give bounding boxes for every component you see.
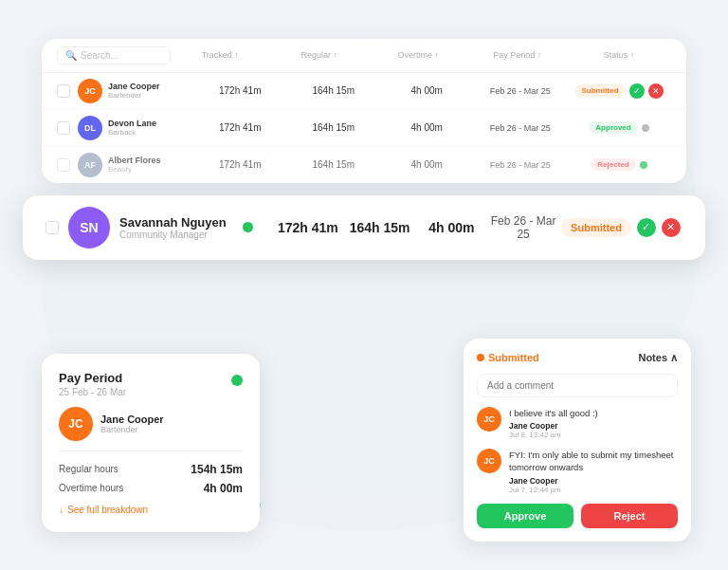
highlighted-overtime: 4h 00m: [416, 220, 488, 235]
notes-submitted-badge: Submitted: [477, 352, 539, 363]
chevron-up-icon: ∧: [670, 352, 678, 364]
col-header-overtime: Overtime ↑: [369, 50, 468, 60]
status-badge: Approved: [589, 121, 637, 134]
pay-period-avatar: JC: [59, 407, 93, 441]
see-full-breakdown-link[interactable]: ↓ See full breakdown: [59, 505, 243, 515]
regular-hours-value: 154h 15m: [191, 463, 243, 476]
cell-regular: 164h 15m: [287, 159, 381, 170]
overtime-hours-stat: Overtime hours 4h 00m: [59, 482, 243, 495]
cell-status: Rejected: [567, 158, 671, 171]
cell-regular: 164h 15m: [287, 85, 381, 96]
pay-period-header: Pay Period 25 Feb - 26 Mar: [59, 371, 243, 397]
cell-pay-period: Feb 26 - Mar 25: [474, 160, 568, 170]
col-header-status: Status ↑: [567, 50, 671, 60]
regular-hours-stat: Regular hours 154h 15m: [59, 463, 243, 476]
comment-text: FYI: I'm only able to submit my timeshee…: [509, 449, 678, 474]
search-box[interactable]: 🔍 Search...: [57, 46, 171, 64]
search-placeholder: Search...: [81, 50, 118, 61]
pay-period-person: JC Jane Cooper Bartender: [59, 407, 243, 451]
person-role: Barback: [108, 128, 193, 137]
pay-period-person-role: Bartender: [100, 425, 164, 434]
person-name: Jane Cooper: [108, 82, 193, 91]
highlighted-regular: 164h 15m: [344, 220, 416, 235]
person-name: Albert Flores: [108, 156, 193, 165]
pay-period-card: Pay Period 25 Feb - 26 Mar JC Jane Coope…: [42, 354, 260, 532]
status-dot: [640, 161, 647, 169]
notes-actions: Approve Reject: [477, 504, 678, 528]
cell-pay-period: Feb 26 - Mar 25: [474, 123, 568, 133]
person-info: Albert Flores Beauty: [108, 156, 193, 174]
row-checkbox[interactable]: [57, 158, 70, 172]
overtime-hours-value: 4h 00m: [204, 482, 243, 495]
pay-period-date: 25 Feb - 26 Mar: [59, 387, 126, 397]
cell-tracked: 172h 41m: [193, 85, 287, 96]
avatar: DL: [78, 116, 102, 140]
approve-icon[interactable]: ✓: [629, 83, 645, 99]
notes-card: Submitted Notes ∧ JC I believe it's all …: [464, 339, 691, 542]
highlighted-row[interactable]: SN Savannah Nguyen Community Manager 172…: [23, 195, 705, 260]
timesheet-table-card: 🔍 Search... Tracked ↑ Regular ↑ Overtime…: [42, 39, 686, 183]
cell-overtime: 4h 00m: [380, 159, 474, 170]
table-row[interactable]: AF Albert Flores Beauty 172h 41m 164h 15…: [42, 147, 686, 183]
pay-period-title: Pay Period: [59, 371, 126, 385]
row-checkbox[interactable]: [46, 221, 59, 234]
comment-input[interactable]: [477, 374, 678, 397]
col-header-regular: Regular ↑: [270, 50, 370, 60]
approve-icon[interactable]: ✓: [637, 218, 656, 237]
notes-label: Notes: [638, 352, 667, 363]
table-row[interactable]: JC Jane Cooper Bartender 172h 41m 164h 1…: [42, 73, 686, 110]
person-info: Devon Lane Barback: [108, 119, 193, 137]
cell-status: Submitted ✓ ✕: [567, 83, 671, 99]
comment-author: Jane Cooper: [509, 421, 598, 431]
submitted-dot: [477, 354, 484, 361]
person-info: Jane Cooper Bartender: [108, 82, 193, 100]
highlighted-tracked: 172h 41m: [272, 220, 344, 235]
person-role: Beauty: [108, 165, 193, 174]
comment-time: Jul 8, 13:42 am: [509, 431, 598, 439]
pay-period-person-name: Jane Cooper: [100, 414, 164, 425]
table-header: 🔍 Search... Tracked ↑ Regular ↑ Overtime…: [42, 39, 686, 73]
status-badge: Rejected: [591, 158, 635, 171]
notes-header: Submitted Notes ∧: [477, 352, 678, 364]
pay-period-status-dot: [231, 375, 243, 386]
reject-icon[interactable]: ✕: [662, 218, 681, 237]
reject-button[interactable]: Reject: [581, 504, 678, 528]
status-dot: [642, 124, 649, 132]
comment-author: Jane Cooper: [509, 476, 678, 486]
overtime-hours-label: Overtime hours: [59, 483, 123, 493]
status-badge: Submitted: [574, 84, 625, 97]
approve-button[interactable]: Approve: [477, 504, 573, 528]
cell-overtime: 4h 00m: [380, 122, 474, 133]
cell-tracked: 172h 41m: [193, 159, 287, 170]
reject-icon[interactable]: ✕: [648, 83, 664, 99]
comment-item: JC FYI: I'm only able to submit my times…: [477, 449, 678, 494]
notes-submitted-label: Submitted: [488, 352, 539, 363]
col-header-tracked: Tracked ↑: [171, 50, 270, 60]
highlighted-status: Submitted ✓ ✕: [559, 218, 682, 237]
highlighted-person-role: Community Manager: [119, 230, 243, 240]
regular-hours-label: Regular hours: [59, 464, 118, 474]
cell-overtime: 4h 00m: [380, 85, 474, 96]
notes-title: Notes ∧: [638, 352, 678, 364]
highlighted-pay-period: Feb 26 - Mar 25: [487, 214, 559, 241]
person-name: Devon Lane: [108, 119, 193, 128]
search-icon: 🔍: [65, 50, 77, 61]
comment-item: JC I believe it's all good :) Jane Coope…: [477, 407, 678, 439]
person-role: Bartender: [108, 91, 193, 100]
row-checkbox[interactable]: [57, 84, 70, 98]
highlighted-person-name: Savannah Nguyen: [119, 215, 243, 230]
arrow-down-icon: ↓: [59, 505, 64, 515]
comment-text: I believe it's all good :): [509, 407, 598, 419]
cell-regular: 164h 15m: [287, 122, 381, 133]
cell-tracked: 172h 41m: [193, 122, 287, 133]
cell-status: Approved: [567, 121, 671, 134]
comment-time: Jul 7, 12:44 pm: [509, 486, 678, 494]
online-indicator: [243, 222, 253, 232]
highlighted-person-info: Savannah Nguyen Community Manager: [119, 215, 243, 240]
table-row[interactable]: DL Devon Lane Barback 172h 41m 164h 15m …: [42, 110, 686, 147]
avatar: JC: [78, 79, 102, 103]
avatar: AF: [78, 153, 102, 177]
row-checkbox[interactable]: [57, 121, 70, 135]
breakdown-link-label: See full breakdown: [67, 505, 148, 515]
comment-avatar: JC: [477, 407, 501, 432]
